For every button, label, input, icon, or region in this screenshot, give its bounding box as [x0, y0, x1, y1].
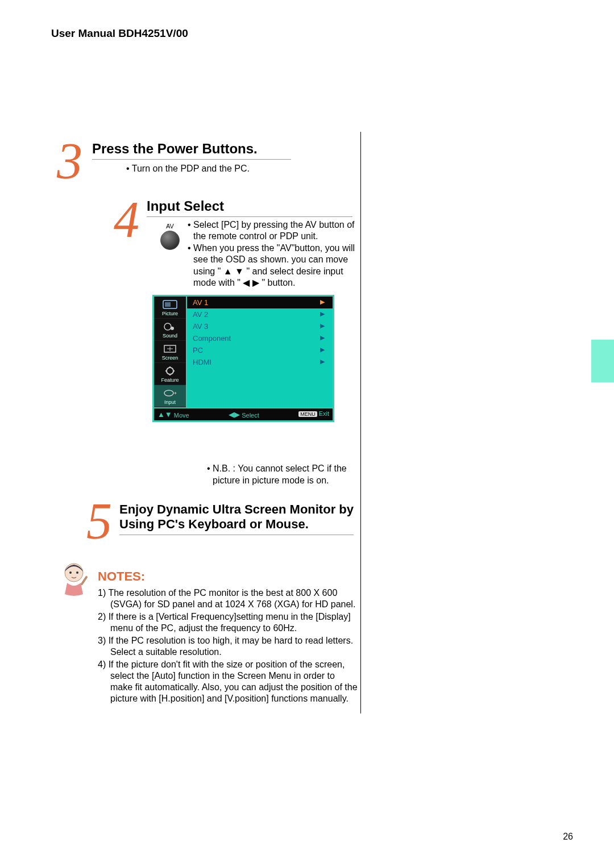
note-item-2: 2) If there is a [Vertical Frequency]set… [98, 611, 359, 634]
step-4-number: 4 [114, 190, 139, 249]
section-tab [591, 340, 614, 382]
svg-point-8 [164, 390, 173, 396]
osd-side-label: Screen [162, 355, 179, 361]
osd-footer: ▲▼ Move ◀▶ Select MENUExit [154, 407, 333, 420]
page-number: 26 [563, 832, 573, 842]
step-3-title: Press the Power Buttons. [92, 141, 291, 160]
svg-point-3 [171, 327, 174, 330]
svg-point-10 [69, 571, 72, 574]
osd-side-feature: Feature [154, 363, 186, 385]
step-3-number: 3 [57, 132, 82, 190]
osd-input-list: AV 1▶ AV 2▶ AV 3▶ Component▶ PC▶ HDMI▶ [187, 297, 333, 407]
notes-character-icon [57, 560, 91, 597]
osd-item-av3: AV 3▶ [187, 320, 333, 332]
chevron-right-icon: ▶ [320, 346, 325, 354]
step-4-line-1: • Select [PC] by pressing the AV button … [188, 219, 358, 243]
osd-footer-move: ▲▼ Move [157, 410, 189, 419]
osd-item-av2: AV 2▶ [187, 308, 333, 320]
osd-side-label: Input [164, 399, 176, 405]
step-3-body: • Turn on the PDP and the PC. [126, 164, 250, 174]
notes-heading: NOTES: [98, 569, 145, 584]
step-4-body: • Select [PC] by pressing the AV button … [188, 219, 358, 289]
note-item-4: 4) If the picture don't fit with the siz… [98, 659, 359, 704]
osd-menu: Picture Sound Screen Feature Input AV 1▶… [152, 295, 334, 422]
step-5-number: 5 [86, 492, 112, 550]
input-icon [161, 387, 179, 399]
osd-side-label: Feature [161, 377, 179, 383]
osd-side-label: Sound [163, 333, 177, 339]
osd-item-pc: PC▶ [187, 344, 333, 356]
sound-icon [161, 321, 179, 332]
svg-point-2 [164, 323, 171, 330]
osd-side-picture: Picture [154, 297, 186, 319]
osd-sidebar: Picture Sound Screen Feature Input [154, 297, 187, 407]
notes-body: 1) The resolution of the PC monitor is t… [98, 587, 359, 706]
av-button-label: AV [160, 223, 180, 229]
av-button-icon [160, 231, 180, 250]
osd-item-hdmi: HDMI▶ [187, 356, 333, 368]
osd-footer-select: ◀▶ Select [229, 410, 259, 419]
screen-icon [161, 343, 179, 354]
svg-rect-1 [165, 302, 171, 307]
note-item-3: 3) If the PC resolution is too high, it … [98, 635, 359, 658]
column-divider [360, 132, 361, 713]
picture-icon [161, 299, 179, 310]
svg-point-7 [167, 368, 173, 374]
step-5-title: Enjoy Dynamic Ultra Screen Monitor by Us… [119, 502, 354, 535]
svg-point-11 [76, 571, 78, 574]
chevron-right-icon: ▶ [320, 310, 325, 319]
osd-footer-exit: MENUExit [298, 410, 329, 419]
osd-side-sound: Sound [154, 319, 186, 341]
chevron-right-icon: ▶ [320, 358, 325, 366]
step-4-line-2: • When you press the "AV"button, you wil… [188, 243, 358, 289]
step-4-title: Input Select [147, 198, 352, 217]
chevron-right-icon: ▶ [320, 298, 325, 307]
av-button-illustration: AV [160, 223, 180, 250]
chevron-right-icon: ▶ [320, 334, 325, 343]
feature-icon [161, 365, 179, 377]
osd-item-component: Component▶ [187, 332, 333, 344]
osd-side-screen: Screen [154, 341, 186, 363]
chevron-right-icon: ▶ [320, 322, 325, 331]
note-item-1: 1) The resolution of the PC monitor is t… [98, 587, 359, 610]
nb-note: • N.B. : You cannot select PC if the pic… [207, 463, 352, 487]
osd-side-label: Picture [162, 311, 178, 316]
osd-item-av1: AV 1▶ [187, 297, 333, 308]
osd-side-input: Input [154, 385, 186, 407]
manual-header: User Manual BDH4251V/00 [51, 27, 188, 40]
